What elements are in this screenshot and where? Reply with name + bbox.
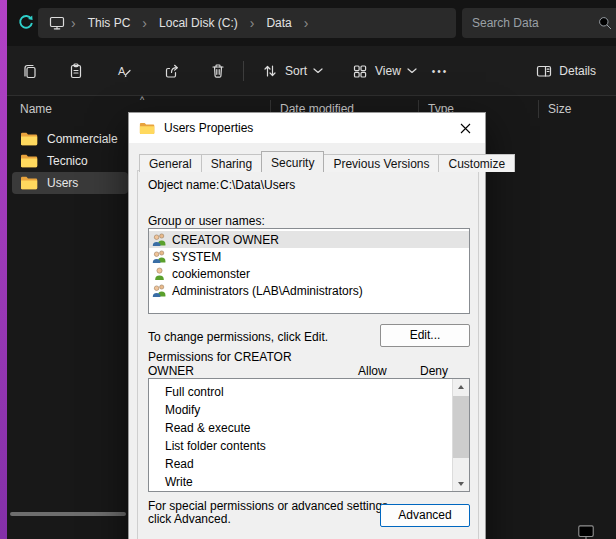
permission-row-full-control[interactable]: Full control — [149, 383, 469, 401]
breadcrumb-this-pc[interactable]: This PC — [81, 16, 138, 30]
column-divider[interactable] — [538, 100, 539, 118]
close-button[interactable] — [452, 117, 478, 139]
chevron-right-icon: › — [299, 15, 314, 31]
sort-label: Sort — [285, 64, 307, 78]
scrollbar-thumb[interactable] — [453, 396, 469, 458]
tab-bar: General Sharing Security Previous Versio… — [139, 151, 514, 172]
file-name: Commerciale — [47, 132, 118, 146]
copy-icon — [21, 62, 39, 80]
user-row-creator-owner[interactable]: CREATOR OWNER — [149, 231, 469, 248]
user-name: cookiemonster — [172, 267, 250, 281]
permissions-for-line1: Permissions for CREATOR — [148, 350, 328, 364]
this-pc-icon — [48, 14, 66, 32]
user-name: CREATOR OWNER — [172, 233, 279, 247]
share-icon — [163, 62, 181, 80]
file-row-users[interactable]: Users — [12, 172, 128, 194]
scroll-up-button[interactable] — [453, 379, 469, 394]
triangle-up-icon — [458, 385, 464, 389]
breadcrumb[interactable]: › This PC › Local Disk (C:) › Data › — [38, 8, 456, 38]
user-row-cookiemonster[interactable]: cookiemonster — [149, 265, 469, 282]
group-icon — [152, 233, 167, 246]
screen: › This PC › Local Disk (C:) › Data › — [0, 0, 616, 539]
details-label: Details — [559, 64, 596, 78]
permission-row-read-execute[interactable]: Read & execute — [149, 419, 469, 437]
details-button[interactable]: Details — [527, 54, 604, 88]
folder-icon — [20, 176, 38, 190]
permission-row-read[interactable]: Read — [149, 455, 469, 473]
delete-button[interactable] — [201, 54, 235, 88]
tab-security[interactable]: Security — [261, 151, 324, 172]
chevron-right-icon: › — [66, 15, 81, 31]
permission-row-modify[interactable]: Modify — [149, 401, 469, 419]
toolbar-separator — [243, 61, 244, 81]
refresh-icon — [16, 13, 36, 33]
share-button[interactable] — [155, 54, 189, 88]
vertical-scrollbar[interactable] — [452, 379, 469, 491]
sort-button[interactable]: Sort — [253, 54, 331, 88]
permission-row-list-folder-contents[interactable]: List folder contents — [149, 437, 469, 455]
more-options-button[interactable]: ••• — [425, 54, 455, 88]
file-row-commerciale[interactable]: Commerciale — [12, 128, 128, 150]
details-pane-icon — [535, 62, 553, 80]
group-icon — [152, 284, 167, 297]
view-button[interactable]: View — [343, 54, 425, 88]
refresh-button[interactable] — [13, 10, 39, 36]
permissions-for-line2: OWNER — [148, 364, 328, 378]
view-label: View — [375, 64, 401, 78]
paste-button[interactable] — [59, 54, 93, 88]
explorer-address-band: › This PC › Local Disk (C:) › Data › — [7, 0, 616, 46]
delete-icon — [209, 62, 227, 80]
search-box[interactable] — [462, 8, 616, 38]
folder-icon — [20, 154, 38, 168]
dialog-titlebar[interactable]: Users Properties — [129, 113, 485, 143]
sort-icon — [261, 62, 279, 80]
user-name: SYSTEM — [172, 250, 221, 264]
chevron-down-icon — [313, 68, 323, 74]
object-name-value: C:\Data\Users — [220, 178, 295, 192]
tab-previous-versions[interactable]: Previous Versions — [323, 154, 439, 172]
group-user-list[interactable]: CREATOR OWNER SYSTEM c — [148, 228, 470, 314]
horizontal-scrollbar[interactable] — [10, 512, 126, 516]
search-input[interactable] — [472, 16, 597, 30]
scroll-down-button[interactable] — [453, 476, 469, 491]
display-status-icon — [576, 523, 596, 539]
object-name-label: Object name: — [148, 178, 219, 192]
special-permissions-text: For special permissions or advanced sett… — [148, 500, 391, 526]
chevron-right-icon: › — [137, 15, 152, 31]
close-icon — [460, 123, 471, 134]
permissions-list[interactable]: Full control Modify Read & execute List … — [148, 378, 470, 492]
security-tab-panel: Object name: C:\Data\Users Group or user… — [137, 170, 479, 539]
breadcrumb-local-disk-c[interactable]: Local Disk (C:) — [152, 16, 245, 30]
copy-button[interactable] — [13, 54, 47, 88]
user-row-administrators[interactable]: Administrators (LAB\Administrators) — [149, 282, 469, 299]
tab-customize[interactable]: Customize — [438, 154, 515, 172]
sort-ascending-icon: ^ — [140, 95, 144, 105]
edit-button[interactable]: Edit... — [380, 324, 470, 347]
rename-button[interactable]: A — [107, 54, 141, 88]
file-name: Users — [47, 176, 78, 190]
advanced-button[interactable]: Advanced — [380, 504, 470, 527]
file-row-tecnico[interactable]: Tecnico — [12, 150, 128, 172]
chevron-right-icon: › — [245, 15, 260, 31]
search-icon — [597, 15, 613, 31]
group-user-names-label: Group or user names: — [148, 214, 265, 228]
change-permissions-text: To change permissions, click Edit. — [148, 330, 328, 344]
group-icon — [152, 250, 167, 263]
folder-properties-icon — [139, 122, 155, 135]
column-name[interactable]: Name — [20, 102, 52, 116]
rename-icon: A — [115, 62, 133, 80]
user-row-system[interactable]: SYSTEM — [149, 248, 469, 265]
dialog-title: Users Properties — [164, 121, 253, 135]
permission-row-write[interactable]: Write — [149, 473, 469, 491]
breadcrumb-data[interactable]: Data — [259, 16, 298, 30]
properties-dialog: Users Properties General Sharing Securit… — [128, 112, 486, 539]
deny-column-header: Deny — [420, 364, 448, 378]
svg-text:A: A — [118, 65, 126, 77]
column-size[interactable]: Size — [548, 102, 571, 116]
permissions-for-label: Permissions for CREATOR OWNER — [148, 350, 328, 378]
folder-icon — [20, 132, 38, 146]
tab-sharing[interactable]: Sharing — [201, 154, 262, 172]
user-name: Administrators (LAB\Administrators) — [172, 284, 363, 298]
tab-general[interactable]: General — [139, 154, 202, 172]
triangle-down-icon — [458, 482, 464, 486]
